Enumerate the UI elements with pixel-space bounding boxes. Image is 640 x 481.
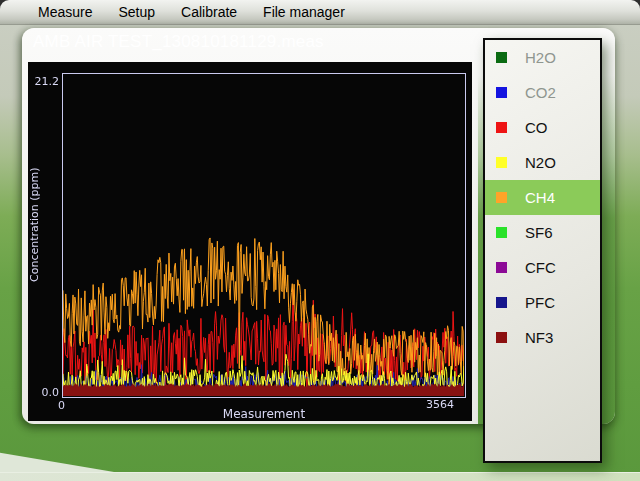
legend-item-ch4[interactable]: CH4	[485, 180, 600, 215]
legend-item-n2o[interactable]: N2O	[485, 145, 600, 180]
legend-item-co2[interactable]: CO2	[485, 75, 600, 110]
legend-item-cfc[interactable]: CFC	[485, 250, 600, 285]
legend-item-label: CH4	[525, 189, 555, 206]
legend-item-co[interactable]: CO	[485, 110, 600, 145]
menu-item-measure[interactable]: Measure	[38, 4, 92, 20]
legend-item-pfc[interactable]: PFC	[485, 285, 600, 320]
legend-item-label: SF6	[525, 224, 553, 241]
menu-item-file-manager[interactable]: File manager	[263, 4, 345, 20]
n2o-color-swatch-icon	[496, 157, 507, 168]
legend-item-nf3[interactable]: NF3	[485, 320, 600, 355]
menu-bar: MeasureSetupCalibrateFile manager	[0, 0, 640, 25]
co-color-swatch-icon	[496, 122, 507, 133]
nf3-color-swatch-icon	[496, 332, 507, 343]
background-bottom-band	[0, 472, 640, 481]
h2o-color-swatch-icon	[496, 52, 507, 63]
y-axis-title: Concentration (ppm)	[28, 92, 44, 358]
measurement-file-title: AMB AIR TEST_130810181129.meas	[33, 32, 324, 52]
x-axis-title: Measurement	[63, 407, 465, 421]
co2-color-swatch-icon	[496, 87, 507, 98]
sf6-color-swatch-icon	[496, 227, 507, 238]
legend-panel: H2OCO2CON2OCH4SF6CFCPFCNF3	[483, 38, 602, 463]
pfc-color-swatch-icon	[496, 297, 507, 308]
legend-item-label: CO	[525, 119, 548, 136]
ch4-color-swatch-icon	[496, 192, 507, 203]
menu-item-calibrate[interactable]: Calibrate	[181, 4, 237, 20]
legend-item-label: NF3	[525, 329, 553, 346]
y-axis-max-label: 21.2	[32, 75, 59, 88]
legend-item-h2o[interactable]: H2O	[485, 40, 600, 75]
menu-item-setup[interactable]: Setup	[118, 4, 155, 20]
legend-item-label: CO2	[525, 84, 556, 101]
legend-item-sf6[interactable]: SF6	[485, 215, 600, 250]
legend-item-label: PFC	[525, 294, 555, 311]
legend-item-label: CFC	[525, 259, 556, 276]
background-swoosh	[0, 428, 120, 473]
y-axis-min-label: 0.0	[32, 386, 59, 399]
chart-area: 21.2 0.0 Concentration (ppm) 0 3564 Meas…	[28, 62, 472, 421]
application-window: MeasureSetupCalibrateFile manager AMB AI…	[0, 0, 640, 481]
cfc-color-swatch-icon	[496, 262, 507, 273]
chart-canvas	[63, 74, 464, 396]
legend-item-label: H2O	[525, 49, 556, 66]
legend-item-label: N2O	[525, 154, 556, 171]
